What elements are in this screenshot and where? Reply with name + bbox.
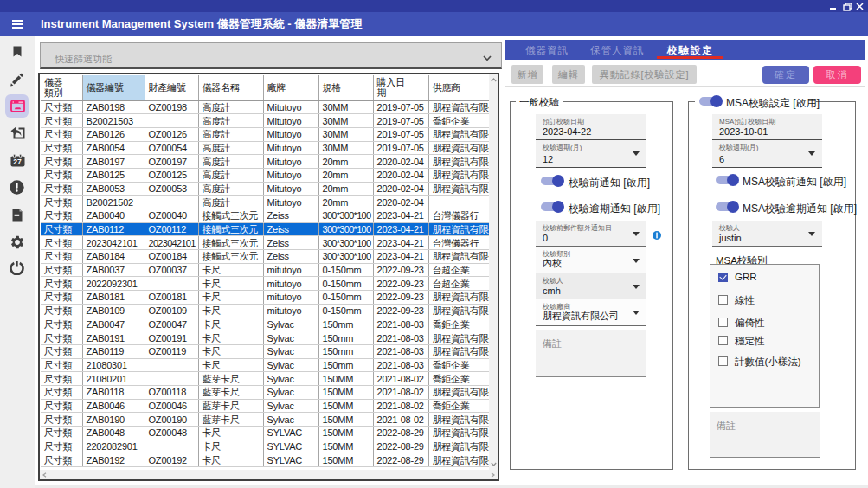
svg-text:27: 27 [13,157,22,166]
